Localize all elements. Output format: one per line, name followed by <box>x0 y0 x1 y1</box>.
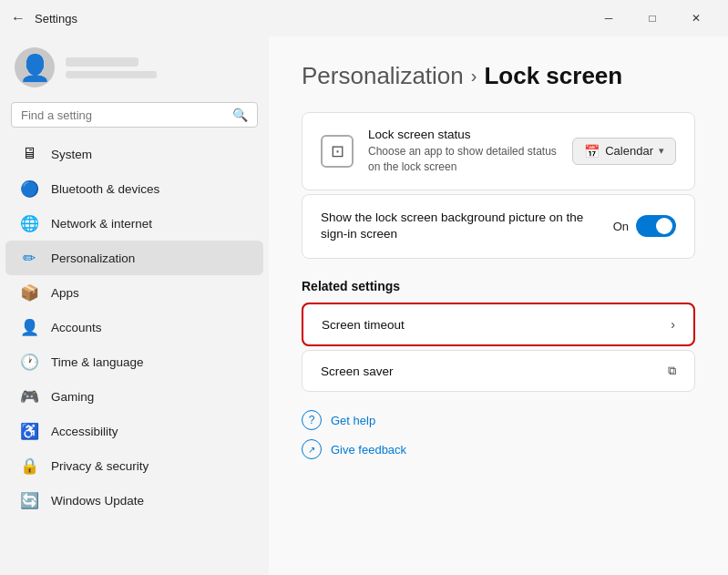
lock-screen-status-text: Lock screen status Choose an app to show… <box>368 128 558 175</box>
sidebar-item-update[interactable]: 🔄 Windows Update <box>5 483 263 518</box>
minimize-button[interactable]: ─ <box>588 4 630 33</box>
maximize-button[interactable]: □ <box>631 4 673 33</box>
sidebar-item-accounts[interactable]: 👤 Accounts <box>5 310 263 344</box>
apps-icon: 📦 <box>20 283 38 302</box>
sidebar-item-label: Time & language <box>51 355 144 369</box>
sidebar-item-label: Network & internet <box>51 217 152 231</box>
screen-timeout-label: Screen timeout <box>322 318 671 332</box>
accessibility-icon: ♿ <box>20 422 38 440</box>
sidebar-item-label: Personalization <box>51 252 135 265</box>
screen-timeout-row[interactable]: Screen timeout › <box>303 304 693 344</box>
show-background-label: Show the lock screen background picture … <box>321 210 613 244</box>
sidebar-item-system[interactable]: 🖥 System <box>5 137 263 171</box>
sidebar-item-personalization[interactable]: ✏ Personalization <box>5 241 263 275</box>
calendar-label: Calendar <box>605 144 653 158</box>
search-box[interactable]: 🔍 <box>11 102 258 128</box>
calendar-icon: 📅 <box>584 144 600 159</box>
toggle-state-label: On <box>613 220 629 233</box>
user-info <box>66 57 157 78</box>
lock-screen-status-desc: Choose an app to show detailed status on… <box>368 144 558 175</box>
network-icon: 🌐 <box>20 214 38 232</box>
lock-screen-status-row: ⊡ Lock screen status Choose an app to sh… <box>302 113 694 190</box>
sidebar-item-label: Apps <box>51 286 79 300</box>
sidebar-item-label: Accounts <box>51 321 102 334</box>
accounts-icon: 👤 <box>20 318 38 336</box>
sidebar-item-network[interactable]: 🌐 Network & internet <box>5 206 263 241</box>
breadcrumb-current: Lock screen <box>484 62 622 90</box>
sidebar-item-label: Gaming <box>51 390 94 404</box>
screen-saver-card: Screen saver ⧉ <box>302 350 695 392</box>
user-icon: 👤 <box>19 53 51 83</box>
related-settings-label: Related settings <box>302 279 695 293</box>
screen-saver-row[interactable]: Screen saver ⧉ <box>302 351 694 391</box>
toggle-thumb <box>656 218 672 234</box>
external-link-icon: ⧉ <box>668 364 676 378</box>
privacy-icon: 🔒 <box>20 457 38 475</box>
sidebar-item-gaming[interactable]: 🎮 Gaming <box>5 379 263 414</box>
app-body: 👤 🔍 🖥 System 🔵 Bluetooth & devices 🌐 Net… <box>0 36 728 575</box>
close-button[interactable]: ✕ <box>675 4 717 33</box>
chevron-right-icon: › <box>671 317 675 332</box>
sidebar-item-time[interactable]: 🕐 Time & language <box>5 344 263 379</box>
system-icon: 🖥 <box>20 145 38 163</box>
lock-screen-status-card: ⊡ Lock screen status Choose an app to sh… <box>302 112 695 190</box>
sidebar-item-label: System <box>51 148 92 161</box>
show-background-card: Show the lock screen background picture … <box>302 194 695 260</box>
screen-timeout-card: Screen timeout › <box>302 303 695 346</box>
user-profile: 👤 <box>0 36 269 102</box>
sidebar-item-accessibility[interactable]: ♿ Accessibility <box>5 414 263 448</box>
sidebar-item-label: Accessibility <box>51 425 118 438</box>
back-button[interactable]: ← <box>11 10 26 26</box>
main-content: Personalization › Lock screen ⊡ Lock scr… <box>269 36 728 575</box>
chevron-down-icon: ▾ <box>659 145 664 157</box>
breadcrumb-separator: › <box>471 66 477 87</box>
gaming-icon: 🎮 <box>20 387 38 406</box>
personalization-icon: ✏ <box>20 249 38 267</box>
sidebar-item-bluetooth[interactable]: 🔵 Bluetooth & devices <box>5 171 263 206</box>
sidebar-item-label: Privacy & security <box>51 459 149 473</box>
sidebar: 👤 🔍 🖥 System 🔵 Bluetooth & devices 🌐 Net… <box>0 36 269 575</box>
lock-screen-icon: ⊡ <box>321 135 354 168</box>
show-background-toggle[interactable] <box>636 215 676 237</box>
search-input[interactable] <box>21 108 227 122</box>
get-help-link[interactable]: ? Get help <box>302 410 695 430</box>
sidebar-item-label: Windows Update <box>51 494 144 508</box>
screen-saver-label: Screen saver <box>321 365 668 378</box>
update-icon: 🔄 <box>20 491 38 509</box>
search-icon: 🔍 <box>232 108 248 122</box>
title-bar: ← Settings ─ □ ✕ <box>0 0 728 36</box>
user-name <box>66 57 138 67</box>
help-section: ? Get help ↗ Give feedback <box>302 410 695 459</box>
avatar: 👤 <box>15 47 55 87</box>
sidebar-item-apps[interactable]: 📦 Apps <box>5 275 263 310</box>
breadcrumb: Personalization › Lock screen <box>302 62 695 90</box>
lock-screen-status-title: Lock screen status <box>368 128 558 141</box>
get-help-label: Get help <box>331 414 375 427</box>
get-help-icon: ? <box>302 410 322 430</box>
bluetooth-icon: 🔵 <box>20 180 38 198</box>
give-feedback-label: Give feedback <box>331 443 406 457</box>
user-subtitle <box>66 71 157 78</box>
app-title: Settings <box>35 12 588 26</box>
sidebar-item-label: Bluetooth & devices <box>51 182 159 196</box>
show-background-row: Show the lock screen background picture … <box>302 195 694 259</box>
give-feedback-link[interactable]: ↗ Give feedback <box>302 439 695 459</box>
give-feedback-icon: ↗ <box>302 439 322 459</box>
time-icon: 🕐 <box>20 353 38 371</box>
sidebar-item-privacy[interactable]: 🔒 Privacy & security <box>5 448 263 483</box>
breadcrumb-parent: Personalization <box>302 62 464 90</box>
window-controls: ─ □ ✕ <box>588 4 717 33</box>
calendar-dropdown[interactable]: 📅 Calendar ▾ <box>572 138 676 165</box>
